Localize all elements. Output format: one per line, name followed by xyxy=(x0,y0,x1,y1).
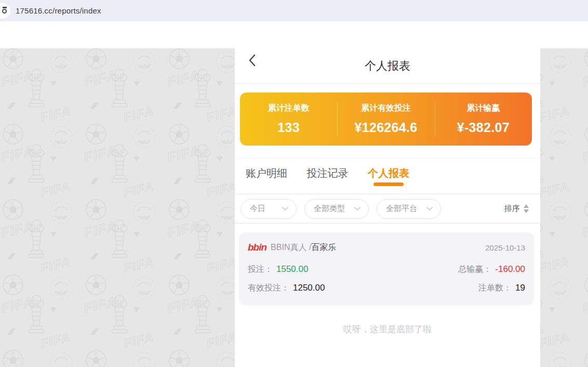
browser-url-bar[interactable]: 175616.cc/reports/index xyxy=(0,0,588,21)
chevron-down-icon xyxy=(426,207,433,211)
winloss-label: 总输赢： xyxy=(458,264,491,275)
summary-label: 累计注单数 xyxy=(240,103,337,114)
winloss-value: -160.00 xyxy=(495,264,525,274)
tab-account-details[interactable]: 账户明细 xyxy=(246,166,287,190)
summary-label: 累计输赢 xyxy=(435,103,532,114)
game-name: 百家乐 xyxy=(311,242,336,253)
bet-label: 投注： xyxy=(248,264,273,275)
dropdown-label: 全部平台 xyxy=(386,204,417,214)
tab-label: 账户明细 xyxy=(246,167,287,179)
sort-label: 排序 xyxy=(504,204,520,214)
bet-count-value: 19 xyxy=(515,283,525,293)
sort-control[interactable]: 排序 xyxy=(504,204,529,214)
dropdown-label: 今日 xyxy=(250,204,265,214)
tab-label: 投注记录 xyxy=(306,167,348,179)
summary-label: 累计有效投注 xyxy=(337,103,434,114)
type-dropdown[interactable]: 全部类型 xyxy=(304,199,369,219)
site-info-icon[interactable] xyxy=(0,3,10,19)
summary-col-bet-count: 累计注单数 133 xyxy=(240,93,337,146)
tab-label: 个人报表 xyxy=(368,167,409,179)
valid-bet-label: 有效投注： xyxy=(248,283,289,294)
sort-arrows-icon xyxy=(524,204,529,213)
summary-col-valid-bets: 累计有效投注 ¥126264.6 xyxy=(337,93,434,146)
page-background: FIFA FIFA xyxy=(0,21,588,367)
tab-personal-report[interactable]: 个人报表 xyxy=(368,166,409,190)
end-of-list-text: 哎呀，这里是底部了啦 xyxy=(235,323,540,335)
filter-bar: 今日 全部类型 全部平台 排序 xyxy=(235,194,540,224)
tab-betting-records[interactable]: 投注记录 xyxy=(306,166,348,190)
valid-bet-value: 1250.00 xyxy=(293,283,325,293)
chevron-down-icon xyxy=(354,207,360,211)
summary-col-winloss: 累计输赢 ¥-382.07 xyxy=(435,93,532,146)
record-row-bet: 投注： 1550.00 总输赢： -160.00 xyxy=(248,264,525,275)
dropdown-label: 全部类型 xyxy=(314,204,345,214)
record-row-valid: 有效投注： 1250.00 注单数： 19 xyxy=(248,283,525,294)
bet-value: 1550.00 xyxy=(276,264,308,274)
record-header-row: bbin BBIN真人 / 百家乐 2025-10-13 xyxy=(248,242,525,253)
summary-value: ¥126264.6 xyxy=(337,120,434,135)
bbin-logo: bbin xyxy=(248,242,266,253)
bet-count-label: 注单数： xyxy=(478,283,512,294)
provider-name: BBIN真人 / xyxy=(271,242,311,253)
platform-dropdown[interactable]: 全部平台 xyxy=(377,199,441,219)
active-tab-underline xyxy=(373,182,404,186)
tab-bar: 账户明细 投注记录 个人报表 xyxy=(235,158,540,194)
summary-value: ¥-382.07 xyxy=(435,120,532,135)
favicon-glyph xyxy=(2,9,7,14)
chevron-down-icon xyxy=(282,207,288,211)
app-header: 个人报表 xyxy=(235,21,540,84)
url-text[interactable]: 175616.cc/reports/index xyxy=(16,6,101,15)
report-app-panel: 个人报表 累计注单数 133 累计有效投注 ¥126264.6 累计输赢 ¥-3… xyxy=(235,21,540,367)
summary-value: 133 xyxy=(240,120,337,135)
summary-stats-card: 累计注单数 133 累计有效投注 ¥126264.6 累计输赢 ¥-382.07 xyxy=(240,93,532,146)
section-spacer xyxy=(235,146,540,158)
page-title: 个人报表 xyxy=(235,58,540,74)
report-list-item[interactable]: bbin BBIN真人 / 百家乐 2025-10-13 投注： 1550.00… xyxy=(239,232,534,305)
date-range-dropdown[interactable]: 今日 xyxy=(240,199,297,219)
record-date: 2025-10-13 xyxy=(485,243,525,252)
